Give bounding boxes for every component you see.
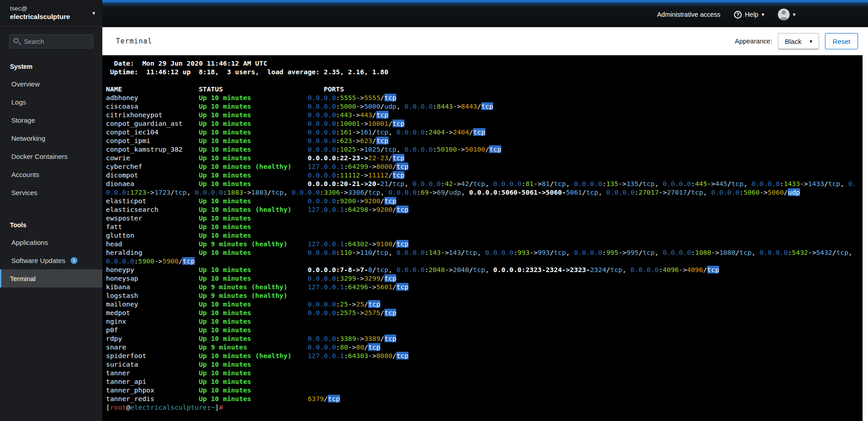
terminal-table-header: NAME STATUS PORTS [106,85,863,93]
sidebar-item-storage[interactable]: Storage [0,111,102,129]
terminal-row-p0f: p0f Up 10 minutes [106,325,863,334]
terminal-row-spiderfoot: spiderfoot Up 10 minutes (healthy) 127.0… [106,351,863,360]
help-label: Help [745,11,758,18]
terminal-row-conpot_iec104: conpot_iec104 Up 10 minutes 0.0.0.0:161-… [106,128,863,136]
terminal-row-elasticsearch: elasticsearch Up 10 minutes (healthy) 12… [106,205,863,214]
terminal-row-adbhoney: adbhoney Up 10 minutes 0.0.0.0:5555->555… [106,93,863,102]
terminal-row-tanner_redis: tanner_redis Up 10 minutes 6379/tcp [106,394,863,403]
terminal-prompt: [root@electricalsculpture:~]# [106,403,863,411]
chevron-down-icon: ▼ [809,39,813,44]
sidebar-item-applications[interactable]: Applications [0,233,102,251]
terminal-row-honeysap: honeysap Up 10 minutes 0.0.0.0:3299->329… [106,274,863,282]
terminal-row-heralding: heralding Up 10 minutes 0.0.0.0:110->110… [106,248,863,257]
terminal-row-conpot_kamstrup_382: conpot_kamstrup_382 Up 10 minutes 0.0.0.… [106,145,863,153]
sidebar-item-software-updates[interactable]: Software Updatesi [0,251,102,269]
sidebar-item-label: Accounts [11,171,39,178]
terminal-row-logstash: logstash Up 9 minutes (healthy) [106,291,863,300]
terminal-row-citrixhoneypot: citrixhoneypot Up 10 minutes 0.0.0.0:443… [106,110,863,119]
terminal-row-mailoney: mailoney Up 10 minutes 0.0.0.0:25->25/tc… [106,300,863,308]
terminal-row-kibana: kibana Up 9 minutes (healthy) 127.0.0.1:… [106,282,863,291]
sidebar-item-label: Software Updates [11,257,65,264]
appearance-label: Appearance: [735,38,772,45]
nav-section-title: Tools [0,215,102,233]
page-header: Terminal Appearance: Black ▼ Reset [102,27,868,55]
sidebar-item-label: Docker Containers [11,153,67,160]
chevron-down-icon: ▾ [92,10,95,16]
avatar [778,9,790,20]
terminal-row-conpot_ipmi: conpot_ipmi Up 10 minutes 0.0.0.0:623->6… [106,136,863,145]
sidebar-item-terminal[interactable]: Terminal [0,269,102,287]
masthead: Administrative access ? Help ▾ ▾ [102,0,868,27]
search-input[interactable] [9,34,93,48]
sidebar-item-logs[interactable]: Logs [0,93,102,111]
sidebar-item-label: Applications [11,239,48,246]
sidebar-item-label: Services [11,189,38,196]
sidebar-search [9,34,93,48]
terminal-wrap-dionaea: 0.0.0:1723->1723/tcp, 0.0.0.0:1883->1883… [106,188,863,196]
terminal-row-snare: snare Up 9 minutes 0.0.0.0:80->80/tcp [106,343,863,351]
chevron-down-icon: ▾ [793,11,796,18]
terminal-row-suricata: suricata Up 10 minutes [106,360,863,368]
sidebar-item-label: Terminal [10,275,36,282]
appearance-select-value: Black [785,38,801,45]
sidebar-item-label: Logs [11,98,26,106]
terminal-row-ciscoasa: ciscoasa Up 10 minutes 0.0.0.0:5000->500… [106,102,863,110]
terminal-row-fatt: fatt Up 10 minutes [106,222,863,231]
terminal-row-tanner_api: tanner_api Up 10 minutes [106,377,863,386]
account-host: electricalsculpture [10,12,94,21]
appearance-select[interactable]: Black ▼ [778,33,819,49]
terminal-output[interactable]: Date: Mon 29 Jun 2020 11:46:12 AM UTC Up… [102,55,863,421]
sidebar-item-label: Storage [11,116,35,124]
terminal-row-dicompot: dicompot Up 10 minutes 0.0.0.0:11112->11… [106,171,863,179]
sidebar-item-accounts[interactable]: Accounts [0,165,102,183]
terminal-row-glutton: glutton Up 10 minutes [106,231,863,239]
nav-section: SystemOverviewLogsStorageNetworkingDocke… [0,57,102,201]
sidebar-item-services[interactable]: Services [0,183,102,201]
terminal-row-cowrie: cowrie Up 10 minutes 0.0.0.0:22-23->22-2… [106,153,863,162]
help-menu[interactable]: ? Help ▾ [734,11,764,19]
terminal-row-medpot: medpot Up 10 minutes 0.0.0.0:2575->2575/… [106,308,863,317]
info-icon: i [71,257,77,264]
chevron-down-icon: ▾ [762,11,764,18]
terminal-row-cyberchef: cyberchef Up 10 minutes (healthy) 127.0.… [106,162,863,171]
search-icon [14,38,19,43]
terminal-wrap-heralding: 0.0.0.0:5900->5900/tcp [106,257,863,265]
administrative-access-button[interactable]: Administrative access [657,11,720,18]
sidebar-account-menu[interactable]: tsec@ electricalsculpture ▾ [0,0,102,26]
session-menu[interactable]: ▾ [778,9,796,20]
terminal-row-conpot_guardian_ast: conpot_guardian_ast Up 10 minutes 0.0.0.… [106,119,863,128]
sidebar: tsec@ electricalsculpture ▾ SystemOvervi… [0,0,102,421]
reset-button[interactable]: Reset [825,33,858,49]
terminal-date-line: Date: Mon 29 Jun 2020 11:46:12 AM UTC [106,59,863,67]
page-title: Terminal [102,37,152,45]
terminal-row-head: head Up 9 minutes (healthy) 127.0.0.1:64… [106,239,863,248]
sidebar-item-label: Overview [11,80,40,88]
sidebar-nav: SystemOverviewLogsStorageNetworkingDocke… [0,51,102,287]
help-icon: ? [734,11,742,19]
nav-section-title: System [0,57,102,75]
terminal-row-dionaea: dionaea Up 10 minutes 0.0.0.0:20-21->20-… [106,179,863,188]
account-user: tsec@ [10,5,94,12]
nav-section: ToolsApplicationsSoftware UpdatesiTermin… [0,215,102,287]
terminal-row-rdpy: rdpy Up 10 minutes 0.0.0.0:3389->3389/tc… [106,334,863,343]
terminal-row-nginx: nginx Up 10 minutes [106,317,863,325]
terminal-row-ewsposter: ewsposter Up 10 minutes [106,214,863,222]
terminal-blank-line [106,76,863,85]
sidebar-item-label: Networking [11,134,45,142]
sidebar-item-networking[interactable]: Networking [0,129,102,147]
terminal-row-honeypy: honeypy Up 10 minutes 0.0.0.0:7-8->7-8/t… [106,265,863,274]
terminal-row-tanner_phpox: tanner_phpox Up 10 minutes [106,386,863,394]
terminal-row-elasticpot: elasticpot Up 10 minutes 0.0.0.0:9200->9… [106,196,863,205]
sidebar-item-docker-containers[interactable]: Docker Containers [0,147,102,165]
sidebar-item-overview[interactable]: Overview [0,75,102,93]
terminal-row-tanner: tanner Up 10 minutes [106,368,863,377]
terminal-uptime-line: Uptime: 11:46:12 up 8:18, 3 users, load … [106,67,863,76]
